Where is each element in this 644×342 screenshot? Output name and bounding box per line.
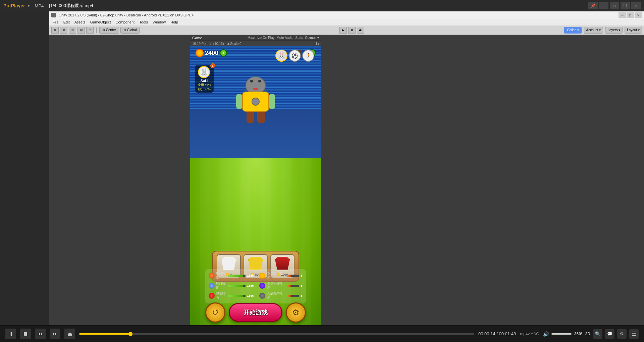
prev-button[interactable]: ⏮ [35, 329, 46, 339]
time-boost-icon [259, 293, 265, 299]
layers-button[interactable]: Layers ▾ [605, 27, 623, 34]
stat-row-defense: 射门精度 1356 双倍积分时间： 5 [209, 281, 303, 290]
game-panel: Game Maximize On Play Mute Audio Stats G… [190, 35, 321, 325]
stats-btn[interactable]: Stats [296, 36, 303, 40]
global-label: ⊕ Global [123, 28, 137, 32]
retry-button[interactable]: ↺ [205, 302, 225, 323]
volume-slider[interactable] [551, 333, 572, 335]
app-logo-dropdown[interactable]: ▾ [28, 4, 30, 8]
scale-label: ◀ Scale 0 [227, 42, 241, 46]
char-arm-left [236, 94, 242, 109]
toolbar-move-tool[interactable]: ✥ [60, 27, 67, 34]
open-button[interactable]: ⏏ [64, 329, 75, 339]
magnify-button[interactable]: 🔍 [593, 329, 602, 339]
format-display: mp4v AAC [520, 332, 539, 336]
close-button[interactable]: ✕ [631, 2, 641, 9]
shirt-red-icon [275, 257, 290, 270]
unity-maximize-btn[interactable]: □ [627, 12, 634, 18]
stop-button[interactable]: ⏹ [20, 329, 31, 339]
menu-tools[interactable]: Tools [137, 19, 150, 25]
ratio-label[interactable]: 16:19 Portrait (10:16) [192, 42, 224, 46]
shirt-yellow-icon [248, 257, 263, 270]
time-current: 00:00:14 [478, 331, 495, 336]
coin-add-button[interactable]: + [220, 49, 227, 57]
toolbar-global-btn[interactable]: ⊕ Global [120, 27, 140, 34]
pin-button[interactable]: 📌 [588, 2, 598, 9]
next-button[interactable]: ⏭ [50, 329, 60, 339]
subtitle-button[interactable]: 💬 [605, 329, 614, 339]
ctrl-3d[interactable]: 3D [585, 332, 590, 336]
game-panel-tab[interactable]: Game [192, 36, 202, 40]
progress-handle[interactable] [128, 332, 132, 336]
score-boost-label: 双倍积分时间： [267, 281, 286, 290]
main-content: Unity 2017.2.0f3 (64bit) - 02-Shop.unity… [0, 11, 644, 325]
shop-item-1-image [220, 256, 237, 271]
game-panel-options: Maximize On Play Mute Audio Stats Gizmos… [248, 36, 319, 40]
play-pause-button[interactable]: ⏸ [5, 329, 16, 339]
toolbar-right: Collab ▾ Account ▾ Layers ▾ Layout ▾ [564, 27, 642, 34]
coin-boost-label: 双倍金币时间： [267, 271, 286, 280]
coin-boost-value: 5 [301, 274, 303, 277]
menu-window[interactable]: Window [151, 19, 168, 25]
resize-button[interactable]: ❐ [621, 2, 630, 9]
maximize-on-play[interactable]: Maximize On Play [248, 36, 275, 40]
bonus-coin: 金币 +6% [198, 83, 211, 87]
unity-close-btn[interactable]: ✕ [635, 12, 642, 18]
speed-bar-container [228, 295, 246, 297]
minimize-button[interactable]: ─ [599, 2, 608, 9]
coin-boost-fill [287, 275, 290, 277]
window-controls: 📌 ─ □ ❐ ✕ [588, 2, 641, 9]
skin-selector: 🐰 ⚽ 🏃 [275, 50, 314, 62]
title-tab-mp4[interactable]: MP4 [32, 3, 47, 9]
skin-option-1[interactable]: 🐰 [275, 50, 287, 62]
skin-option-2[interactable]: ⚽ [289, 50, 301, 62]
format2: AAC [531, 332, 539, 336]
maximize-button[interactable]: □ [610, 2, 619, 9]
menu-help[interactable]: Help [168, 19, 180, 25]
score-boost-value: 5 [301, 284, 303, 287]
ctrl-360[interactable]: 360° [574, 332, 583, 336]
toolbar-play-controls: ▶ ⏸ ⏭ [141, 27, 563, 34]
pause-button[interactable]: ⏸ [348, 27, 356, 34]
start-game-label: 开始游戏 [244, 308, 268, 317]
defense-label: 射门精度 [216, 281, 227, 290]
char-body [242, 92, 269, 112]
level-badge: 1 [210, 63, 215, 68]
menu-assets[interactable]: Assets [72, 19, 88, 25]
time-display: 00:00:14 / 00:01:48 [478, 331, 516, 336]
step-button[interactable]: ⏭ [357, 27, 364, 34]
toolbar-pivot-btn[interactable]: ⊕ Center [99, 27, 119, 34]
toolbar-rect-tool[interactable]: □ [86, 27, 94, 34]
start-game-button[interactable]: 开始游戏 [229, 303, 282, 322]
skin-option-3[interactable]: 🏃 [302, 50, 314, 62]
toolbar-rotate-tool[interactable]: ↻ [69, 27, 76, 34]
play-button[interactable]: ▶ [339, 27, 347, 34]
progress-bar[interactable] [79, 333, 474, 335]
scale-value: 1x [315, 42, 319, 46]
menu-component[interactable]: Component [113, 19, 137, 25]
time-total: 00:01:48 [499, 331, 516, 336]
layout-label: Layout ▾ [627, 28, 640, 32]
menu-file[interactable]: File [51, 19, 61, 25]
collab-button[interactable]: Collab ▾ [564, 27, 582, 34]
layout-button[interactable]: Layout ▾ [625, 27, 642, 34]
score-boost-icon [259, 283, 265, 289]
toolbar-hand-tool[interactable]: ✥ [51, 27, 59, 34]
unity-minimize-btn[interactable]: ─ [619, 12, 626, 18]
coin-boost-bar [287, 275, 299, 277]
gizmos-btn[interactable]: Gizmos ▾ [305, 36, 319, 40]
mute-audio[interactable]: Mute Audio [276, 36, 293, 40]
attack-icon [209, 273, 215, 279]
unity-menu-bar: File Edit Assets GameObject Component To… [49, 19, 644, 25]
account-button[interactable]: Account ▾ [584, 27, 603, 34]
char-leg-left [247, 111, 254, 123]
toolbar-scale-tool[interactable]: ⊞ [77, 27, 85, 34]
defense-bar-container [228, 285, 246, 287]
menu-edit[interactable]: Edit [61, 19, 72, 25]
settings-ctrl-button[interactable]: ⚙ [617, 329, 627, 339]
coin-count: 2400 [205, 50, 218, 57]
menu-gameobject[interactable]: GameObject [88, 19, 113, 25]
char-arm-right [269, 94, 275, 109]
menu-button[interactable]: ☰ [629, 329, 639, 339]
settings-button[interactable]: ⚙ [286, 302, 306, 323]
